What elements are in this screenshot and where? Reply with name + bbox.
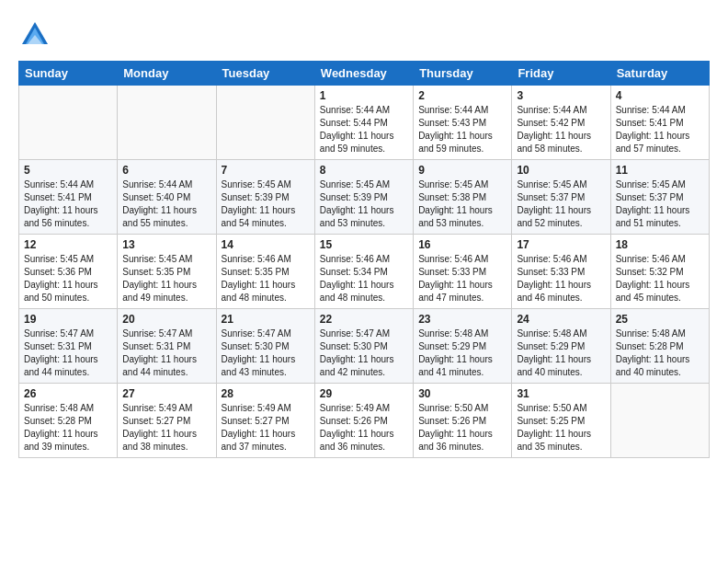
day-detail: Sunrise: 5:46 AM Sunset: 5:33 PM Dayligh… bbox=[418, 253, 506, 304]
calendar-cell: 7Sunrise: 5:45 AM Sunset: 5:39 PM Daylig… bbox=[216, 160, 314, 235]
day-number: 24 bbox=[517, 313, 605, 326]
day-detail: Sunrise: 5:44 AM Sunset: 5:42 PM Dayligh… bbox=[517, 104, 605, 155]
day-number: 11 bbox=[616, 164, 704, 177]
calendar-cell: 27Sunrise: 5:49 AM Sunset: 5:27 PM Dayli… bbox=[118, 384, 216, 458]
day-detail: Sunrise: 5:46 AM Sunset: 5:34 PM Dayligh… bbox=[320, 253, 408, 304]
calendar-cell: 18Sunrise: 5:46 AM Sunset: 5:32 PM Dayli… bbox=[610, 235, 709, 309]
day-detail: Sunrise: 5:45 AM Sunset: 5:39 PM Dayligh… bbox=[320, 178, 408, 230]
calendar-cell: 8Sunrise: 5:45 AM Sunset: 5:39 PM Daylig… bbox=[314, 160, 413, 235]
week-row-2: 5Sunrise: 5:44 AM Sunset: 5:41 PM Daylig… bbox=[19, 160, 710, 235]
calendar-cell: 26Sunrise: 5:48 AM Sunset: 5:28 PM Dayli… bbox=[19, 384, 118, 458]
weekday-header-tuesday: Tuesday bbox=[216, 62, 314, 86]
day-number: 7 bbox=[222, 164, 310, 177]
day-number: 12 bbox=[24, 238, 112, 251]
weekday-header-thursday: Thursday bbox=[414, 62, 512, 86]
weekday-header-saturday: Saturday bbox=[610, 62, 709, 86]
day-detail: Sunrise: 5:45 AM Sunset: 5:38 PM Dayligh… bbox=[418, 178, 506, 230]
day-detail: Sunrise: 5:48 AM Sunset: 5:29 PM Dayligh… bbox=[517, 327, 605, 379]
day-number: 31 bbox=[517, 387, 605, 400]
day-detail: Sunrise: 5:50 AM Sunset: 5:26 PM Dayligh… bbox=[418, 402, 506, 454]
day-detail: Sunrise: 5:49 AM Sunset: 5:27 PM Dayligh… bbox=[122, 402, 210, 454]
day-detail: Sunrise: 5:45 AM Sunset: 5:39 PM Dayligh… bbox=[222, 178, 310, 230]
day-detail: Sunrise: 5:45 AM Sunset: 5:37 PM Dayligh… bbox=[616, 178, 704, 230]
calendar-cell: 1Sunrise: 5:44 AM Sunset: 5:44 PM Daylig… bbox=[314, 86, 413, 160]
calendar: SundayMondayTuesdayWednesdayThursdayFrid… bbox=[18, 61, 710, 458]
calendar-cell: 20Sunrise: 5:47 AM Sunset: 5:31 PM Dayli… bbox=[118, 309, 216, 384]
day-number: 29 bbox=[320, 387, 408, 400]
day-number: 26 bbox=[24, 387, 112, 400]
calendar-cell: 19Sunrise: 5:47 AM Sunset: 5:31 PM Dayli… bbox=[19, 309, 118, 384]
calendar-cell: 15Sunrise: 5:46 AM Sunset: 5:34 PM Dayli… bbox=[314, 235, 413, 309]
logo bbox=[18, 18, 57, 52]
day-detail: Sunrise: 5:50 AM Sunset: 5:25 PM Dayligh… bbox=[517, 402, 605, 454]
calendar-cell bbox=[118, 86, 216, 160]
calendar-cell: 4Sunrise: 5:44 AM Sunset: 5:41 PM Daylig… bbox=[610, 86, 709, 160]
day-detail: Sunrise: 5:46 AM Sunset: 5:32 PM Dayligh… bbox=[616, 253, 704, 304]
weekday-header-wednesday: Wednesday bbox=[314, 62, 413, 86]
day-number: 3 bbox=[517, 89, 605, 102]
day-detail: Sunrise: 5:46 AM Sunset: 5:35 PM Dayligh… bbox=[222, 253, 310, 304]
day-number: 30 bbox=[418, 387, 506, 400]
day-number: 10 bbox=[517, 164, 605, 177]
weekday-header-row: SundayMondayTuesdayWednesdayThursdayFrid… bbox=[19, 62, 710, 86]
calendar-cell: 22Sunrise: 5:47 AM Sunset: 5:30 PM Dayli… bbox=[314, 309, 413, 384]
day-number: 15 bbox=[320, 238, 408, 251]
day-number: 27 bbox=[122, 387, 210, 400]
day-detail: Sunrise: 5:44 AM Sunset: 5:41 PM Dayligh… bbox=[616, 104, 704, 155]
calendar-cell: 13Sunrise: 5:45 AM Sunset: 5:35 PM Dayli… bbox=[118, 235, 216, 309]
day-number: 4 bbox=[616, 89, 704, 102]
weekday-header-friday: Friday bbox=[512, 62, 610, 86]
week-row-3: 12Sunrise: 5:45 AM Sunset: 5:36 PM Dayli… bbox=[19, 235, 710, 309]
calendar-cell: 23Sunrise: 5:48 AM Sunset: 5:29 PM Dayli… bbox=[414, 309, 512, 384]
day-number: 5 bbox=[24, 164, 112, 177]
calendar-cell: 17Sunrise: 5:46 AM Sunset: 5:33 PM Dayli… bbox=[512, 235, 610, 309]
day-detail: Sunrise: 5:44 AM Sunset: 5:43 PM Dayligh… bbox=[418, 104, 506, 155]
calendar-cell: 24Sunrise: 5:48 AM Sunset: 5:29 PM Dayli… bbox=[512, 309, 610, 384]
calendar-cell bbox=[216, 86, 314, 160]
day-number: 18 bbox=[616, 238, 704, 251]
day-detail: Sunrise: 5:48 AM Sunset: 5:28 PM Dayligh… bbox=[24, 402, 112, 454]
weekday-header-monday: Monday bbox=[118, 62, 216, 86]
day-number: 25 bbox=[616, 313, 704, 326]
day-number: 17 bbox=[517, 238, 605, 251]
calendar-cell: 14Sunrise: 5:46 AM Sunset: 5:35 PM Dayli… bbox=[216, 235, 314, 309]
calendar-cell: 31Sunrise: 5:50 AM Sunset: 5:25 PM Dayli… bbox=[512, 384, 610, 458]
day-detail: Sunrise: 5:45 AM Sunset: 5:36 PM Dayligh… bbox=[24, 253, 112, 304]
day-detail: Sunrise: 5:46 AM Sunset: 5:33 PM Dayligh… bbox=[517, 253, 605, 304]
day-number: 23 bbox=[418, 313, 506, 326]
day-number: 6 bbox=[122, 164, 210, 177]
weekday-header-sunday: Sunday bbox=[19, 62, 118, 86]
day-number: 2 bbox=[418, 89, 506, 102]
day-detail: Sunrise: 5:45 AM Sunset: 5:35 PM Dayligh… bbox=[122, 253, 210, 304]
page: SundayMondayTuesdayWednesdayThursdayFrid… bbox=[0, 0, 728, 563]
calendar-cell: 12Sunrise: 5:45 AM Sunset: 5:36 PM Dayli… bbox=[19, 235, 118, 309]
calendar-cell: 5Sunrise: 5:44 AM Sunset: 5:41 PM Daylig… bbox=[19, 160, 118, 235]
calendar-cell bbox=[610, 384, 709, 458]
calendar-cell: 25Sunrise: 5:48 AM Sunset: 5:28 PM Dayli… bbox=[610, 309, 709, 384]
day-number: 19 bbox=[24, 313, 112, 326]
header bbox=[18, 18, 710, 52]
calendar-cell: 9Sunrise: 5:45 AM Sunset: 5:38 PM Daylig… bbox=[414, 160, 512, 235]
day-detail: Sunrise: 5:47 AM Sunset: 5:31 PM Dayligh… bbox=[24, 327, 112, 379]
calendar-cell: 10Sunrise: 5:45 AM Sunset: 5:37 PM Dayli… bbox=[512, 160, 610, 235]
calendar-cell: 16Sunrise: 5:46 AM Sunset: 5:33 PM Dayli… bbox=[414, 235, 512, 309]
logo-icon bbox=[18, 18, 51, 52]
calendar-cell: 3Sunrise: 5:44 AM Sunset: 5:42 PM Daylig… bbox=[512, 86, 610, 160]
day-detail: Sunrise: 5:49 AM Sunset: 5:27 PM Dayligh… bbox=[222, 402, 310, 454]
day-detail: Sunrise: 5:44 AM Sunset: 5:41 PM Dayligh… bbox=[24, 178, 112, 230]
day-number: 28 bbox=[222, 387, 310, 400]
week-row-5: 26Sunrise: 5:48 AM Sunset: 5:28 PM Dayli… bbox=[19, 384, 710, 458]
day-number: 8 bbox=[320, 164, 408, 177]
day-detail: Sunrise: 5:44 AM Sunset: 5:40 PM Dayligh… bbox=[122, 178, 210, 230]
day-detail: Sunrise: 5:47 AM Sunset: 5:30 PM Dayligh… bbox=[222, 327, 310, 379]
calendar-cell: 29Sunrise: 5:49 AM Sunset: 5:26 PM Dayli… bbox=[314, 384, 413, 458]
week-row-1: 1Sunrise: 5:44 AM Sunset: 5:44 PM Daylig… bbox=[19, 86, 710, 160]
calendar-cell: 2Sunrise: 5:44 AM Sunset: 5:43 PM Daylig… bbox=[414, 86, 512, 160]
day-detail: Sunrise: 5:49 AM Sunset: 5:26 PM Dayligh… bbox=[320, 402, 408, 454]
day-detail: Sunrise: 5:47 AM Sunset: 5:30 PM Dayligh… bbox=[320, 327, 408, 379]
day-number: 13 bbox=[122, 238, 210, 251]
calendar-cell: 30Sunrise: 5:50 AM Sunset: 5:26 PM Dayli… bbox=[414, 384, 512, 458]
day-number: 16 bbox=[418, 238, 506, 251]
calendar-cell bbox=[19, 86, 118, 160]
day-number: 1 bbox=[320, 89, 408, 102]
